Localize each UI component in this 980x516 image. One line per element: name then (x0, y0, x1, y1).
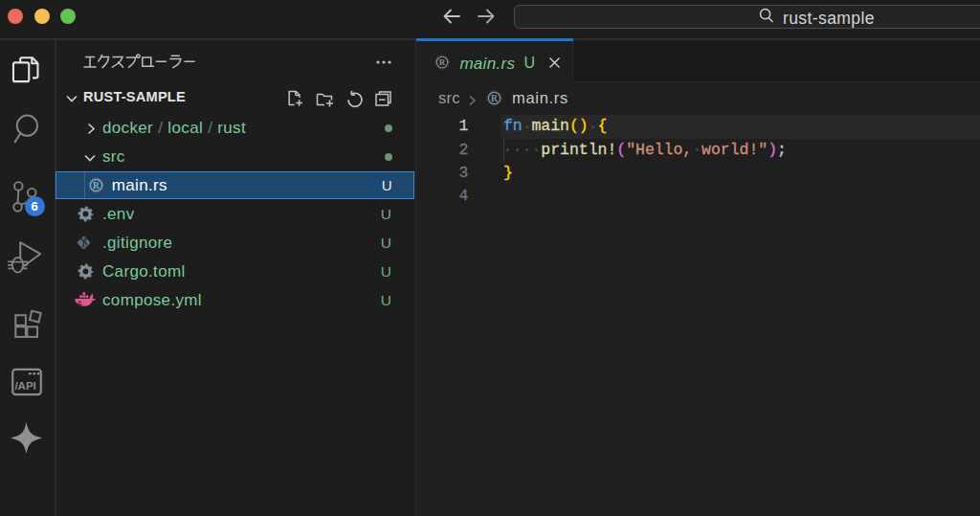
svg-text:R: R (439, 57, 446, 67)
svg-text:R: R (93, 181, 100, 191)
svg-text:R: R (491, 94, 498, 103)
svg-text:/API: /API (14, 379, 35, 391)
